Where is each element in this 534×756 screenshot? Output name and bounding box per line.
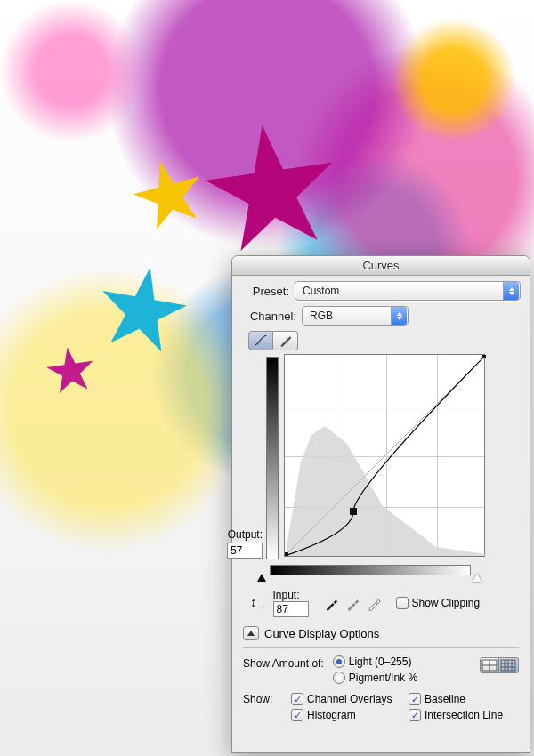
white-point-slider-icon[interactable] — [473, 574, 481, 582]
preset-value: Custom — [303, 285, 339, 297]
black-point-slider-icon[interactable] — [257, 574, 266, 582]
channel-label: Channel: — [241, 310, 296, 323]
input-label: Input: — [273, 589, 300, 601]
output-label: Output: — [228, 528, 263, 541]
curve-tool-toggle — [232, 331, 530, 350]
show-clipping-checkbox[interactable]: Show Clipping — [396, 597, 481, 609]
preset-select[interactable]: Custom — [295, 281, 521, 301]
output-field[interactable] — [227, 543, 263, 559]
amount-pigment-radio[interactable]: Pigment/Ink % — [333, 672, 417, 684]
curve-plot — [285, 355, 486, 556]
amount-pigment-label: Pigment/Ink % — [349, 672, 417, 684]
input-gradient — [270, 565, 471, 575]
separator — [243, 647, 519, 648]
chevron-up-icon — [247, 631, 255, 636]
svg-rect-2 — [350, 508, 357, 515]
curve-icon — [254, 334, 268, 348]
input-field[interactable] — [273, 601, 309, 617]
gray-eyedropper-icon[interactable] — [344, 595, 360, 611]
svg-marker-0 — [285, 426, 486, 556]
intersection-line-checkbox[interactable]: ✓Intersection Line — [409, 709, 519, 721]
dropdown-arrows-icon — [391, 307, 407, 325]
preset-label: Preset: — [241, 285, 289, 298]
grid-fine-button[interactable] — [499, 657, 519, 673]
channel-value: RGB — [310, 310, 333, 322]
grid-4-icon — [481, 658, 498, 672]
grid-coarse-button[interactable] — [480, 657, 499, 673]
black-eyedropper-icon[interactable] — [323, 595, 339, 611]
amount-light-radio[interactable]: Light (0–255) — [333, 655, 417, 668]
channel-overlays-checkbox[interactable]: ✓Channel Overlays — [291, 693, 401, 705]
curves-dialog: Curves Preset: Custom Channel: RGB Outpu… — [231, 255, 530, 753]
show-label: Show: — [243, 693, 284, 705]
grid-size-toggle — [480, 657, 519, 673]
dropdown-arrows-icon — [503, 282, 519, 300]
curve-display-options-label: Curve Display Options — [264, 627, 379, 640]
amount-light-label: Light (0–255) — [349, 655, 412, 668]
output-gradient — [266, 357, 279, 559]
disclosure-toggle[interactable] — [243, 626, 259, 640]
curves-graph[interactable] — [284, 354, 485, 557]
dialog-title[interactable]: Curves — [232, 256, 530, 276]
point-curve-tool[interactable] — [248, 331, 273, 350]
pencil-icon — [279, 334, 293, 348]
pencil-curve-tool[interactable] — [273, 331, 298, 350]
histogram-checkbox[interactable]: ✓Histogram — [291, 709, 401, 721]
white-eyedropper-icon[interactable] — [366, 595, 382, 611]
svg-rect-3 — [285, 552, 288, 556]
baseline-checkbox[interactable]: ✓Baseline — [409, 693, 519, 705]
on-image-adjust-icon[interactable]: ↕☜ — [250, 594, 264, 612]
channel-select[interactable]: RGB — [302, 306, 409, 326]
show-amount-label: Show Amount of: — [243, 657, 324, 670]
show-clipping-label: Show Clipping — [412, 597, 481, 609]
svg-rect-4 — [482, 355, 486, 358]
grid-10-icon — [499, 658, 517, 672]
